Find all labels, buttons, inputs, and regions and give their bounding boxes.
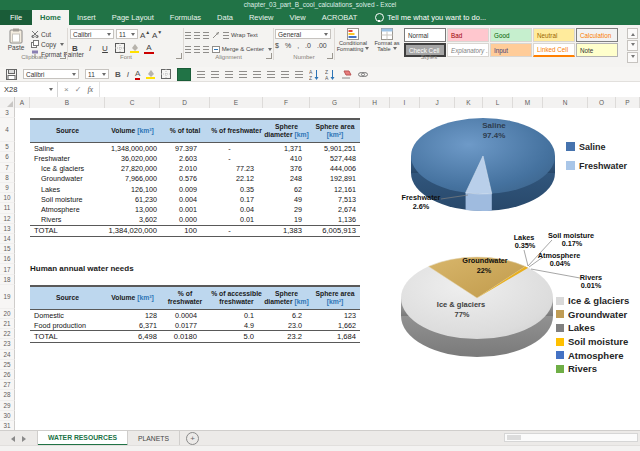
horizontal-scrollbar-thumb[interactable]: [507, 435, 521, 440]
ribbon-tab-home[interactable]: Home: [32, 10, 69, 25]
row-header-16[interactable]: 16: [0, 254, 15, 264]
bold-button[interactable]: B: [70, 44, 80, 53]
name-box[interactable]: X28: [0, 82, 58, 97]
row-header-20[interactable]: 20: [0, 309, 15, 319]
number-format-combo[interactable]: General: [275, 29, 331, 39]
row-header-18[interactable]: 18: [0, 275, 15, 285]
fill-color-button[interactable]: [130, 43, 139, 53]
table-header-cell[interactable]: Volume [km³]: [105, 120, 160, 142]
table-cell[interactable]: 7,966,000: [105, 174, 160, 184]
row-header-23[interactable]: 23: [0, 339, 15, 349]
sort-az-button[interactable]: AZ: [309, 69, 319, 80]
table-cell[interactable]: 5,901,251: [310, 143, 360, 153]
column-header-F[interactable]: F: [263, 97, 310, 108]
table-cell[interactable]: TOTAL: [30, 331, 105, 341]
align-middle-icon[interactable]: [194, 32, 200, 39]
table-cell[interactable]: 3,602: [105, 215, 160, 225]
row-header-26[interactable]: 26: [0, 370, 15, 380]
table-cell[interactable]: 0.009: [160, 184, 210, 194]
table-header-cell[interactable]: Source: [30, 287, 105, 309]
number-format-button[interactable]: .0: [305, 42, 311, 49]
table-cell[interactable]: 1,371: [263, 143, 310, 153]
merge-center-button[interactable]: Merge & Center: [212, 44, 272, 54]
column-header-D[interactable]: D: [160, 97, 210, 108]
number-format-button[interactable]: ,: [297, 42, 299, 49]
column-header-E[interactable]: E: [210, 97, 263, 108]
wrap-text-button[interactable]: [295, 71, 303, 78]
table-cell[interactable]: 376: [263, 164, 310, 174]
row-header-11[interactable]: 11: [0, 203, 15, 213]
table-cell[interactable]: 1,383: [263, 226, 310, 236]
table-cell[interactable]: 248: [263, 174, 310, 184]
table-cell[interactable]: 27,820,000: [105, 164, 160, 174]
row-header-3[interactable]: 3: [0, 108, 15, 118]
gallery-scroll-up[interactable]: [627, 28, 638, 39]
toolbar-font-size-combo[interactable]: 11: [85, 69, 109, 79]
table-cell[interactable]: 97.397: [160, 143, 210, 153]
wrap-text-button[interactable]: Wrap Text: [223, 30, 258, 40]
ribbon-tab-page-layout[interactable]: Page Layout: [104, 10, 162, 25]
font-size-combo[interactable]: 11: [116, 29, 138, 39]
toolbar-font-name-combo[interactable]: Calibri: [23, 69, 79, 79]
underline-button[interactable]: U: [100, 44, 110, 53]
ribbon-tab-acrobat[interactable]: ACROBAT: [314, 10, 366, 25]
table-cell[interactable]: 0.0180: [160, 331, 210, 341]
indent-increase-button[interactable]: [267, 71, 275, 78]
italic-button[interactable]: I: [85, 44, 95, 53]
table-cell[interactable]: 0.0004: [160, 310, 210, 320]
column-header-B[interactable]: B: [30, 97, 105, 108]
table-cell[interactable]: 36,020,000: [105, 153, 160, 163]
save-icon[interactable]: [6, 69, 17, 80]
horizontal-scrollbar[interactable]: [504, 433, 638, 442]
sheet-tab-planets[interactable]: PLANETS: [128, 431, 180, 446]
table-cell[interactable]: 23.0: [263, 320, 310, 330]
row-header-22[interactable]: 22: [0, 329, 15, 339]
toolbar-bold-button[interactable]: B: [115, 70, 121, 79]
row-header-12[interactable]: 12: [0, 214, 15, 224]
table-cell[interactable]: 0.01: [210, 215, 263, 225]
style-cell-note[interactable]: Note: [576, 43, 618, 57]
row-header-19[interactable]: 19: [0, 285, 15, 309]
row-header-6[interactable]: 6: [0, 152, 15, 162]
table-cell[interactable]: 19: [263, 215, 310, 225]
toolbar-fill-color-button[interactable]: [146, 69, 155, 79]
clipboard-dialog-launcher[interactable]: [60, 53, 66, 59]
shrink-font-button[interactable]: A▼: [152, 29, 162, 40]
select-all-corner[interactable]: [0, 97, 15, 108]
align-middle-button[interactable]: [211, 71, 219, 78]
row-header-31[interactable]: 31: [0, 421, 15, 430]
table-header-cell[interactable]: % of freshwater: [210, 120, 263, 142]
table-cell[interactable]: Food production: [30, 320, 105, 330]
table-cell[interactable]: -: [210, 143, 263, 153]
table-header-cell[interactable]: % of accessible freshwater: [210, 287, 263, 309]
table-cell[interactable]: 0.35: [210, 184, 263, 194]
gallery-scroll-down[interactable]: [627, 40, 638, 51]
table-header-cell[interactable]: % of total: [160, 120, 210, 142]
table-cell[interactable]: 5.0: [210, 331, 263, 341]
insert-function-icon[interactable]: fx: [87, 85, 93, 94]
table-cell[interactable]: 6.2: [263, 310, 310, 320]
toolbar-borders-button[interactable]: [161, 69, 171, 79]
table-cell[interactable]: 1,662: [310, 320, 360, 330]
align-center-button[interactable]: [239, 71, 247, 78]
table-cell[interactable]: 1,384,020,000: [105, 226, 160, 236]
table-cell[interactable]: Ice & glaciers: [30, 164, 105, 174]
table-cell[interactable]: 4.9: [210, 320, 263, 330]
table-cell[interactable]: 527,448: [310, 153, 360, 163]
table-cell[interactable]: 192,891: [310, 174, 360, 184]
table-header-cell[interactable]: % of freshwater: [160, 287, 210, 309]
row-header-28[interactable]: 28: [0, 390, 15, 400]
column-header-N[interactable]: N: [543, 97, 588, 108]
row-header-7[interactable]: 7: [0, 163, 15, 173]
table-cell[interactable]: -: [210, 226, 263, 236]
table-cell[interactable]: -: [210, 153, 263, 163]
align-left-button[interactable]: [225, 71, 233, 78]
number-format-button[interactable]: $: [275, 42, 279, 49]
row-header-8[interactable]: 8: [0, 173, 15, 183]
table-cell[interactable]: 29: [263, 204, 310, 214]
prev-sheet-arrow[interactable]: [8, 436, 15, 442]
table-header-cell[interactable]: Sphere diameter [km]: [263, 287, 310, 309]
column-header-C[interactable]: C: [105, 97, 160, 108]
table-cell[interactable]: Saline: [30, 143, 105, 153]
font-dialog-launcher[interactable]: [176, 53, 182, 59]
